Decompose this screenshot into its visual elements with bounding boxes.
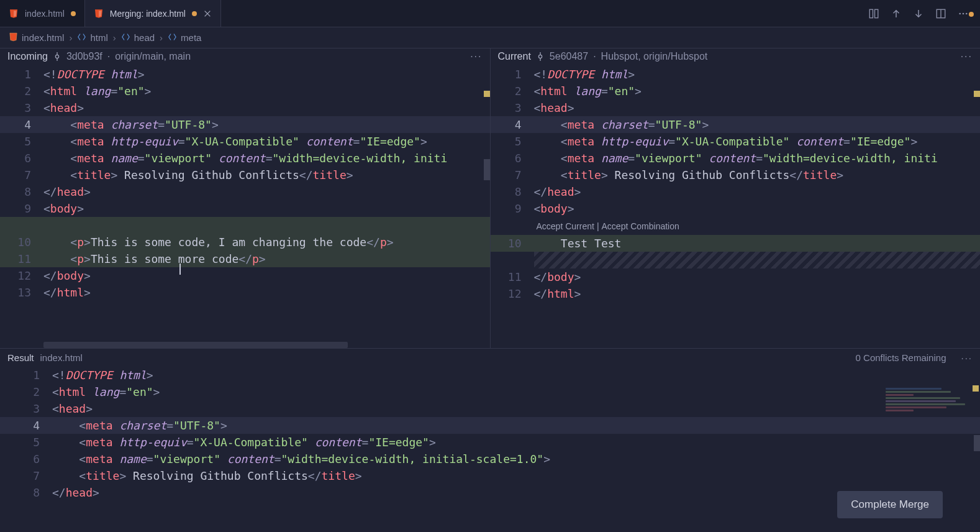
code-line[interactable] [491,252,981,268]
line-number: 8 [0,183,43,200]
line-number: 2 [491,83,534,99]
accept-current-link[interactable]: Accept Current [537,221,594,231]
merge-diff-area: Incoming 3d0b93f · origin/main, main ···… [0,48,980,348]
code-line[interactable]: 11</body> [491,268,981,285]
code-line[interactable]: 8</head> [0,183,490,200]
result-title: Result [7,352,34,363]
line-number: 4 [491,116,534,133]
chevron-right-icon: › [69,32,72,43]
code-line[interactable]: 9<body> [491,200,981,217]
more-icon[interactable]: ··· [470,51,482,62]
code-line[interactable]: Accept Current|Accept Combination [491,217,981,235]
line-content: <body> [43,200,490,217]
breadcrumb-html[interactable]: html [77,32,107,44]
line-number: 12 [0,267,43,284]
code-line[interactable]: 7 <title> Resolving Github Conflicts</ti… [491,167,981,183]
line-content: </body> [43,267,490,284]
code-line[interactable] [0,217,490,234]
code-line[interactable]: 6 <meta name="viewport" content="width=d… [0,150,490,167]
code-line[interactable]: 5 <meta http-equiv="X-UA-Compatible" con… [0,133,490,150]
code-line[interactable]: 10 <p>This is some code, I am changing t… [0,234,490,250]
result-editor[interactable]: 1<!DOCTYPE html>2<html lang="en">3<head>… [0,367,980,532]
line-content: <p>This is some more code</p> [43,250,490,267]
arrow-up-icon[interactable] [891,8,902,19]
code-line[interactable]: 11 <p>This is some more code</p> [0,250,490,267]
code-line[interactable]: 5 <meta http-equiv="X-UA-Compatible" con… [0,434,980,451]
line-content: <!DOCTYPE html> [43,66,490,83]
commit-hash[interactable]: 3d0b93f [66,51,102,62]
tab-merging-index-html[interactable]: Merging: index.html [85,0,221,27]
compare-icon[interactable] [868,8,879,19]
code-line[interactable]: 2<html lang="en"> [0,383,980,400]
code-line[interactable]: 7 <title> Resolving Github Conflicts</ti… [0,167,490,183]
code-line[interactable]: 3<head> [0,400,980,417]
line-number: 4 [0,417,52,434]
notification-dot-icon [969,12,974,17]
line-number: 1 [491,66,534,83]
tab-index-html[interactable]: index.html [0,0,85,27]
code-line[interactable]: 1<!DOCTYPE html> [0,367,980,383]
line-number: 6 [0,150,43,167]
code-line[interactable]: 10 Test Test [491,235,981,252]
code-line[interactable]: 3<head> [0,99,490,116]
pane-title: Incoming [7,51,48,62]
close-icon[interactable] [203,9,212,18]
code-line[interactable]: 2<html lang="en"> [491,83,981,99]
line-number: 3 [0,400,52,417]
breadcrumb-label: index.html [22,32,64,43]
line-content: <!DOCTYPE html> [534,66,981,83]
code-line[interactable]: 4 <meta charset="UTF-8"> [0,116,490,133]
accept-combination-link[interactable]: Accept Combination [602,221,679,231]
breadcrumb-label: head [134,32,155,43]
brackets-icon [121,32,130,44]
more-icon[interactable] [958,8,969,19]
refs: Hubspot, origin/Hubspot [601,51,708,62]
breadcrumb-file[interactable]: index.html [9,32,64,44]
code-line[interactable]: 2<html lang="en"> [0,83,490,99]
svg-rect-1 [875,9,878,18]
tab-bar: index.html Merging: index.html [0,0,980,27]
code-line[interactable]: 9<body> [0,200,490,217]
line-number: 7 [0,167,43,183]
line-number: 7 [491,167,534,183]
code-line[interactable]: 4 <meta charset="UTF-8"> [491,116,981,133]
split-editor-icon[interactable] [935,8,946,19]
code-line[interactable]: 8</head> [0,484,980,501]
code-line[interactable]: 8</head> [491,183,981,200]
breadcrumb-meta[interactable]: meta [168,32,201,44]
code-line[interactable]: 1<!DOCTYPE html> [0,66,490,83]
scrollbar-horizontal[interactable] [43,342,348,348]
line-number [491,217,534,235]
code-line[interactable]: 3<head> [491,99,981,116]
code-line[interactable]: 5 <meta http-equiv="X-UA-Compatible" con… [491,133,981,150]
commit-hash[interactable]: 5e60487 [550,51,588,62]
arrow-down-icon[interactable] [913,8,924,19]
svg-point-7 [538,55,542,58]
code-line[interactable]: 6 <meta name="viewport" content="width=d… [491,150,981,167]
result-pane: Result index.html 0 Conflicts Remaining … [0,348,980,532]
code-line[interactable]: 12</html> [491,285,981,302]
refs-separator: · [107,51,110,62]
line-number: 6 [0,451,52,467]
refs: origin/main, main [115,51,191,62]
scrollbar-vertical[interactable] [974,435,980,451]
more-icon[interactable]: ··· [961,51,973,62]
chevron-right-icon: › [113,32,116,43]
brackets-icon [168,32,177,44]
line-content: <title> Resolving Github Conflicts</titl… [534,167,981,183]
complete-merge-button[interactable]: Complete Merge [837,491,943,518]
code-line[interactable]: 12</body> [0,267,490,284]
code-line[interactable]: 1<!DOCTYPE html> [491,66,981,83]
brackets-icon [77,32,86,44]
code-line[interactable]: 13</html> [0,284,490,301]
scrollbar-vertical[interactable] [484,159,490,180]
line-number [0,217,43,234]
code-line[interactable]: 7 <title> Resolving Github Conflicts</ti… [0,467,980,484]
code-line[interactable]: 4 <meta charset="UTF-8"> [0,417,980,434]
code-line[interactable]: 6 <meta name="viewport" content="width=d… [0,451,980,467]
current-editor[interactable]: 1<!DOCTYPE html>2<html lang="en">3<head>… [491,66,981,348]
more-icon[interactable]: ··· [961,352,973,363]
breadcrumb-head[interactable]: head [121,32,155,44]
incoming-editor[interactable]: 1<!DOCTYPE html>2<html lang="en">3<head>… [0,66,490,348]
line-content [534,252,981,268]
